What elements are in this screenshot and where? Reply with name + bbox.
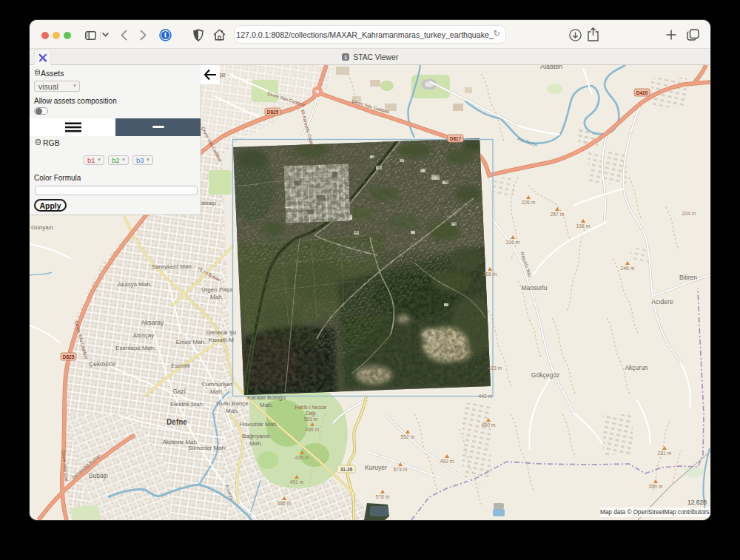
svg-text:465 m: 465 m — [278, 501, 292, 506]
svg-text:Acıdere: Acıdere — [651, 298, 673, 306]
svg-text:Subaşı: Subaşı — [89, 472, 108, 479]
svg-text:General Şü: General Şü — [206, 329, 236, 336]
svg-text:Esentepe Mah.: Esentepe Mah. — [115, 345, 155, 351]
svg-text:491 m: 491 m — [290, 479, 304, 485]
svg-text:Mah.: Mah. — [210, 388, 223, 395]
svg-text:Akasya Mah.: Akasya Mah. — [118, 281, 152, 288]
svg-text:501 m: 501 m — [304, 416, 317, 422]
svg-text:450 m: 450 m — [482, 422, 496, 428]
svg-text:358 m: 358 m — [483, 271, 497, 277]
svg-text:Cumhuriyet: Cumhuriyet — [202, 381, 233, 388]
svg-text:Mah.: Mah. — [226, 408, 239, 414]
svg-text:Bitiren: Bitiren — [679, 274, 697, 281]
svg-text:Habib-i Neccar: Habib-i Neccar — [295, 405, 328, 410]
svg-text:316 m: 316 m — [506, 240, 520, 245]
svg-text:257 m: 257 m — [551, 212, 565, 217]
svg-text:Karaali Bolüğü: Karaali Bolüğü — [247, 394, 286, 401]
svg-text:D817: D817 — [450, 136, 462, 141]
svg-text:Akçurun: Akçurun — [625, 364, 648, 371]
svg-text:Esenlik: Esenlik — [171, 362, 191, 369]
svg-text:226 m: 226 m — [522, 200, 536, 205]
svg-text:Sümerler Mah.: Sümerler Mah. — [188, 445, 226, 451]
svg-text:552 m: 552 m — [401, 434, 415, 439]
svg-text:D825: D825 — [267, 109, 279, 115]
svg-text:350 m: 350 m — [649, 484, 663, 489]
svg-text:442 m: 442 m — [479, 394, 493, 399]
svg-text:573 m: 573 m — [394, 467, 408, 472]
svg-text:196 m: 196 m — [576, 223, 591, 229]
svg-text:231 m: 231 m — [658, 451, 672, 456]
svg-text:204 m: 204 m — [682, 211, 696, 216]
svg-text:Altınçay: Altınçay — [133, 332, 154, 339]
svg-text:Gazi: Gazi — [172, 388, 186, 395]
svg-text:246 m: 246 m — [621, 266, 635, 271]
svg-text:D420: D420 — [636, 90, 648, 95]
svg-text:Dağı: Dağı — [306, 411, 316, 416]
svg-text:Mah.: Mah. — [210, 294, 223, 300]
svg-text:578 m: 578 m — [376, 494, 390, 499]
svg-text:Mah.: Mah. — [249, 440, 263, 447]
svg-text:Bağrıyanık: Bağrıyanık — [242, 433, 271, 439]
svg-text:Kuruyer: Kuruyer — [365, 464, 387, 471]
svg-text:Aksaray: Aksaray — [141, 319, 164, 326]
svg-text:Ürgen Paşa: Ürgen Paşa — [201, 286, 233, 293]
svg-text:Gullu Bahçe: Gullu Bahçe — [216, 400, 249, 407]
svg-text:435 m: 435 m — [295, 455, 309, 460]
svg-text:Elektrik Mah.: Elektrik Mah. — [170, 401, 204, 408]
svg-text:Alaattin: Alaattin — [540, 65, 562, 70]
svg-text:Günyazı: Günyazı — [31, 224, 53, 231]
svg-text:Gökçegöz: Gökçegöz — [531, 371, 559, 379]
svg-text:Emek Mah.: Emek Mah. — [176, 339, 206, 345]
svg-text:Havuzlar Mah.: Havuzlar Mah. — [240, 421, 278, 428]
svg-text:Mah.: Mah. — [260, 402, 273, 408]
svg-text:492 m: 492 m — [440, 459, 454, 464]
svg-text:423 m: 423 m — [488, 365, 502, 371]
svg-text:Çekmece: Çekmece — [89, 360, 115, 368]
svg-text:31-26: 31-26 — [340, 467, 353, 472]
svg-text:Defne: Defne — [166, 418, 187, 426]
svg-text:Kanatlı M: Kanatlı M — [209, 337, 234, 343]
svg-text:Mansurlu: Mansurlu — [522, 284, 548, 291]
svg-text:Saraykent Mah.: Saraykent Mah. — [152, 263, 193, 270]
svg-text:486 m: 486 m — [306, 427, 320, 432]
svg-text:D825: D825 — [63, 354, 75, 360]
